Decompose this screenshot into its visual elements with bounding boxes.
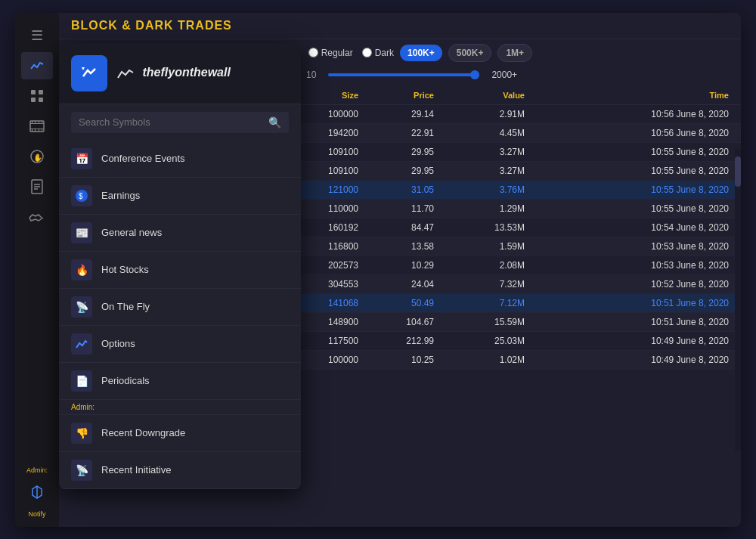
td-price: 29.95 (358, 147, 434, 157)
td-time: 10:49 June 8, 2020 (525, 355, 729, 365)
menu-item-recent-downgrade[interactable]: 👎 Recent Downgrade (59, 415, 301, 452)
chart-icon[interactable] (21, 52, 53, 79)
td-value: 25.03M (434, 336, 525, 346)
td-price: 10.25 (358, 355, 434, 365)
menu-item-earnings[interactable]: $ Earnings (59, 178, 301, 215)
document-icon[interactable] (21, 173, 53, 200)
scrollbar-thumb[interactable] (735, 156, 741, 187)
td-time: 10:56 June 8, 2020 (525, 109, 729, 119)
search-icon: 🔍 (268, 116, 281, 129)
menu-item-hot-stocks-label: Hot Stocks (101, 264, 149, 275)
td-value: 3.27M (434, 147, 525, 157)
notify-icon[interactable] (21, 479, 53, 506)
search-input[interactable] (79, 116, 262, 128)
td-value: 4.45M (434, 128, 525, 138)
svg-rect-10 (42, 121, 42, 123)
svg-marker-22 (80, 64, 98, 82)
menu-item-general[interactable]: 📰 General news (59, 215, 301, 252)
svg-rect-14 (42, 129, 42, 132)
td-price: 22.91 (358, 128, 434, 138)
hand-icon[interactable]: ✋ (21, 143, 53, 170)
conference-icon: 📅 (71, 148, 92, 169)
menu-item-conference[interactable]: 📅 Conference Events (59, 141, 301, 178)
menu-item-recent-initiative-label: Recent Initiative (101, 464, 172, 475)
handshake-icon[interactable] (21, 203, 53, 231)
menu-item-recent-downgrade-label: Recent Downgrade (101, 427, 185, 438)
on-the-fly-icon: 📡 (71, 296, 92, 318)
menu-item-options-label: Options (101, 338, 135, 349)
search-box[interactable]: 🔍 (71, 112, 289, 133)
td-price: 24.04 (358, 279, 434, 290)
menu-item-periodicals[interactable]: 📄 Periodicals (59, 363, 301, 400)
menu-item-conference-label: Conference Events (101, 153, 185, 164)
menu-item-on-the-fly-label: On The Fly (101, 301, 150, 312)
svg-rect-13 (39, 129, 39, 132)
td-time: 10:51 June 8, 2020 (525, 317, 729, 327)
recent-initiative-icon: 📡 (71, 460, 92, 481)
td-time: 10:55 June 8, 2020 (525, 147, 729, 157)
td-value: 7.12M (434, 298, 525, 308)
radio-dark[interactable]: Dark (362, 48, 394, 58)
menu-items-list: 📅 Conference Events $ Earnings 📰 General… (59, 141, 301, 489)
flyout-brand-name: theflyonthewall (116, 64, 231, 82)
td-time: 10:55 June 8, 2020 (525, 203, 729, 214)
general-news-icon: 📰 (71, 222, 92, 243)
hot-stocks-icon: 🔥 (71, 259, 92, 280)
flyout-menu: theflyonthewall 🔍 📅 Conference Events $ … (59, 43, 301, 489)
td-time: 10:54 June 8, 2020 (525, 222, 729, 233)
col-value: Value (434, 91, 525, 100)
earnings-icon: $ (71, 185, 92, 206)
svg-text:✋: ✋ (33, 153, 43, 163)
svg-rect-7 (32, 121, 33, 123)
title-bar: BLOCK & DARK TRADES (59, 13, 741, 39)
td-value: 2.08M (434, 260, 525, 271)
td-value: 3.76M (434, 184, 525, 195)
radio-regular[interactable]: Regular (308, 48, 353, 58)
sidebar-bottom: Admin: Notify (21, 466, 53, 518)
svg-rect-11 (32, 129, 33, 132)
flyout-header: theflyonthewall (59, 43, 301, 104)
menu-item-earnings-label: Earnings (101, 190, 140, 201)
td-price: 31.05 (358, 184, 434, 195)
recent-downgrade-icon: 👎 (71, 423, 92, 444)
menu-item-hot-stocks[interactable]: 🔥 Hot Stocks (59, 252, 301, 289)
filter-1m-button[interactable]: 1M+ (497, 44, 532, 62)
td-price: 84.47 (358, 222, 434, 233)
filter-500k-button[interactable]: 500K+ (448, 44, 492, 62)
sidebar: ☰ (15, 13, 59, 527)
svg-text:$: $ (79, 192, 83, 200)
admin-label: Admin: (26, 466, 48, 474)
svg-rect-3 (39, 98, 43, 102)
td-value: 1.02M (434, 355, 525, 365)
td-value: 13.53M (434, 222, 525, 233)
td-price: 10.29 (358, 260, 434, 271)
menu-item-on-the-fly[interactable]: 📡 On The Fly (59, 289, 301, 326)
td-value: 15.59M (434, 317, 525, 327)
td-time: 10:56 June 8, 2020 (525, 128, 729, 138)
options-icon (71, 333, 92, 355)
page-title: BLOCK & DARK TRADES (71, 19, 232, 33)
menu-item-recent-initiative[interactable]: 📡 Recent Initiative (59, 452, 301, 489)
flyout-logo (71, 55, 107, 91)
td-price: 11.70 (358, 203, 434, 214)
svg-rect-0 (31, 90, 36, 94)
td-time: 10:55 June 8, 2020 (525, 166, 729, 176)
svg-rect-6 (30, 129, 44, 129)
menu-item-options[interactable]: Options (59, 326, 301, 363)
filter-100k-button[interactable]: 100K+ (400, 45, 442, 61)
td-value: 7.32M (434, 279, 525, 290)
td-value: 3.27M (434, 166, 525, 176)
periodicals-icon: 📄 (71, 370, 92, 392)
notify-label: Notify (28, 510, 45, 518)
slider2[interactable] (328, 73, 479, 76)
film-icon[interactable] (21, 113, 53, 140)
scrollbar[interactable] (735, 149, 741, 451)
grid-icon[interactable] (21, 82, 53, 110)
td-time: 10:51 June 8, 2020 (525, 298, 729, 308)
td-price: 29.95 (358, 166, 434, 176)
svg-rect-5 (30, 123, 44, 124)
td-time: 10:52 June 8, 2020 (525, 279, 729, 290)
menu-item-periodicals-label: Periodicals (101, 375, 150, 386)
menu-item-general-label: General news (101, 227, 162, 238)
hamburger-icon[interactable]: ☰ (21, 22, 53, 49)
